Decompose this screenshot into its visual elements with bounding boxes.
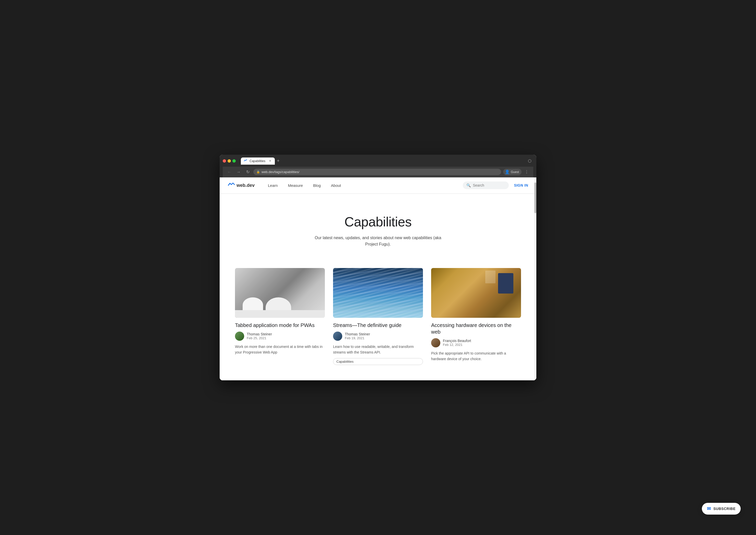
article-title-tabbed: Tabbed application mode for PWAs xyxy=(235,322,325,328)
logo-icon xyxy=(228,183,235,188)
article-author-tabbed: Thomas Steiner Feb 25, 2021 xyxy=(235,331,325,341)
user-avatar-icon: 👤 xyxy=(505,169,510,174)
forward-button[interactable]: → xyxy=(235,168,242,176)
back-button[interactable]: ← xyxy=(226,168,233,176)
avatar-image-3 xyxy=(431,338,440,348)
article-author-hardware: François Beaufort Feb 12, 2021 xyxy=(431,338,521,348)
logo-text: web.dev xyxy=(237,183,255,188)
browser-chrome: Capabilities ✕ + ⬡ ← → ↻ 🔒 web.dev/tags/… xyxy=(219,155,537,177)
site-navigation: web.dev Learn Measure Blog About 🔍 SIGN … xyxy=(219,177,537,194)
traffic-lights xyxy=(223,159,236,163)
browser-menu-button[interactable]: ⋮ xyxy=(523,168,530,176)
address-bar[interactable]: 🔒 web.dev/tags/capabilities/ xyxy=(253,169,501,175)
article-card-hardware: Accessing hardware devices on the web Fr… xyxy=(431,268,521,365)
author-info-3: François Beaufort Feb 12, 2021 xyxy=(443,339,471,347)
article-date-2: Feb 19, 2021 xyxy=(345,336,370,340)
article-date-3: Feb 12, 2021 xyxy=(443,343,471,347)
avatar-image-1 xyxy=(235,331,244,341)
minimize-button[interactable] xyxy=(228,159,231,163)
user-chip[interactable]: 👤 Guest xyxy=(503,169,522,175)
reload-icon: ↻ xyxy=(246,169,249,174)
author-name-3: François Beaufort xyxy=(443,339,471,343)
search-icon: 🔍 xyxy=(466,183,471,187)
tab-title: Capabilities xyxy=(249,159,265,163)
article-tag-capabilities[interactable]: Capabilities xyxy=(333,358,423,365)
article-title-streams: Streams—The definitive guide xyxy=(333,322,423,328)
search-input[interactable] xyxy=(473,183,505,187)
article-image-tabbed xyxy=(235,268,325,318)
reload-button[interactable]: ↻ xyxy=(244,168,251,176)
browser-toolbar: ← → ↻ 🔒 web.dev/tags/capabilities/ 👤 Gue… xyxy=(223,167,533,177)
tab-close-button[interactable]: ✕ xyxy=(269,159,271,163)
article-excerpt-2: Learn how to use readable, writable, and… xyxy=(333,344,423,355)
nav-right: 🔍 SIGN IN xyxy=(463,182,528,189)
article-date-1: Feb 25, 2021 xyxy=(247,336,272,340)
forward-icon: → xyxy=(237,170,241,174)
page-title: Capabilities xyxy=(230,214,526,230)
user-label: Guest xyxy=(511,170,519,174)
scrollbar[interactable] xyxy=(534,177,537,380)
article-image-hardware xyxy=(431,268,521,318)
hero-description: Our latest news, updates, and stories ab… xyxy=(312,235,444,248)
avatar-image-2 xyxy=(333,331,342,341)
maximize-button[interactable] xyxy=(232,159,236,163)
nav-link-measure[interactable]: Measure xyxy=(283,177,308,193)
browser-titlebar: Capabilities ✕ + ⬡ xyxy=(223,157,533,165)
author-name-1: Thomas Steiner xyxy=(247,332,272,336)
back-icon: ← xyxy=(227,170,231,174)
lock-icon: 🔒 xyxy=(256,170,260,174)
subscribe-label: SUBSCRIBE xyxy=(713,507,736,511)
article-excerpt-3: Pick the appropriate API to communicate … xyxy=(431,351,521,362)
toolbar-right: 👤 Guest ⋮ xyxy=(503,168,530,176)
extensions-button[interactable]: ⬡ xyxy=(526,157,533,164)
author-info-1: Thomas Steiner Feb 25, 2021 xyxy=(247,332,272,340)
scrollbar-thumb[interactable] xyxy=(534,183,537,213)
article-image-streams xyxy=(333,268,423,318)
author-info-2: Thomas Steiner Feb 19, 2021 xyxy=(345,332,370,340)
new-tab-button[interactable]: + xyxy=(275,157,282,165)
author-avatar-2 xyxy=(333,331,342,341)
website-content: web.dev Learn Measure Blog About 🔍 SIGN … xyxy=(219,177,537,380)
nav-link-blog[interactable]: Blog xyxy=(308,177,326,193)
author-avatar-3 xyxy=(431,338,440,348)
nav-link-learn[interactable]: Learn xyxy=(263,177,283,193)
browser-window: Capabilities ✕ + ⬡ ← → ↻ 🔒 web.dev/tags/… xyxy=(219,155,537,380)
sign-in-button[interactable]: SIGN IN xyxy=(514,183,528,187)
tab-favicon-icon xyxy=(244,159,247,163)
nav-links: Learn Measure Blog About xyxy=(263,177,346,193)
site-logo[interactable]: web.dev xyxy=(228,183,255,188)
author-name-2: Thomas Steiner xyxy=(345,332,370,336)
subscribe-icon: ✉ xyxy=(707,506,711,512)
active-tab[interactable]: Capabilities ✕ xyxy=(241,157,275,165)
url-text: web.dev/tags/capabilities/ xyxy=(262,170,299,174)
nav-link-about[interactable]: About xyxy=(326,177,346,193)
search-box[interactable]: 🔍 xyxy=(463,182,509,189)
article-title-hardware: Accessing hardware devices on the web xyxy=(431,322,521,335)
articles-grid: Tabbed application mode for PWAs Thomas … xyxy=(219,263,537,380)
article-card-streams: Streams—The definitive guide Thomas Stei… xyxy=(333,268,423,365)
article-excerpt-1: Work on more than one document at a time… xyxy=(235,344,325,355)
article-card-tabbed: Tabbed application mode for PWAs Thomas … xyxy=(235,268,325,365)
article-author-streams: Thomas Steiner Feb 19, 2021 xyxy=(333,331,423,341)
close-button[interactable] xyxy=(223,159,226,163)
hero-section: Capabilities Our latest news, updates, a… xyxy=(219,194,537,263)
subscribe-button[interactable]: ✉ SUBSCRIBE xyxy=(702,503,741,515)
browser-tab-bar: Capabilities ✕ + xyxy=(241,157,524,165)
author-avatar-1 xyxy=(235,331,244,341)
